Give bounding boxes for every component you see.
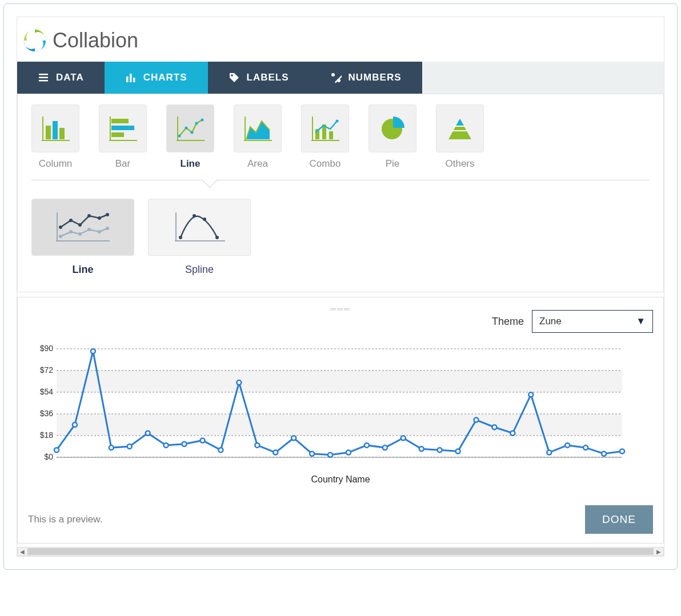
svg-rect-0 (39, 74, 48, 75)
type-bar[interactable]: Bar (99, 104, 147, 180)
svg-point-7 (331, 73, 335, 77)
svg-point-87 (310, 452, 314, 456)
svg-point-75 (91, 349, 95, 353)
line-chart-icon (166, 104, 214, 152)
x-axis-label: Country Name (28, 474, 653, 485)
svg-point-93 (419, 446, 424, 451)
svg-point-54 (179, 236, 182, 239)
svg-point-89 (346, 450, 351, 455)
svg-point-84 (255, 443, 259, 448)
scroll-thumb[interactable] (27, 548, 654, 555)
multiline-icon (31, 199, 134, 256)
theme-dropdown[interactable]: Zune ▼ (532, 310, 653, 333)
subtype-label: Spline (148, 264, 251, 276)
main-tabs: DATA CHARTS LABELS NUMBERS (17, 62, 664, 94)
svg-point-47 (69, 230, 73, 233)
type-label: Combo (301, 158, 349, 170)
chart-preview: $0$18$36$54$72$90 Country Name (28, 343, 653, 485)
type-combo[interactable]: Combo (301, 104, 349, 180)
chart-subtype-row: Line Spline (31, 180, 650, 276)
chart-type-row: Column Bar Line (31, 104, 650, 180)
svg-point-57 (215, 236, 219, 239)
menu-icon (38, 72, 49, 83)
scroll-left-icon[interactable]: ◀ (18, 549, 27, 555)
svg-point-91 (383, 445, 387, 450)
type-label: Pie (368, 158, 416, 170)
tab-labels[interactable]: LABELS (208, 62, 310, 94)
svg-point-82 (218, 448, 223, 452)
type-label: Line (166, 158, 214, 170)
subtype-spline[interactable]: Spline (148, 199, 251, 276)
line-chart-svg: $0$18$36$54$72$90 (28, 343, 628, 469)
svg-point-76 (109, 445, 114, 450)
svg-rect-13 (53, 121, 58, 139)
brand-name: Collabion (53, 29, 138, 53)
svg-point-50 (98, 230, 101, 233)
svg-text:$18: $18 (40, 430, 54, 440)
svg-text:$72: $72 (40, 365, 54, 375)
chevron-down-icon: ▼ (636, 316, 646, 327)
type-pie[interactable]: Pie (368, 104, 416, 180)
type-line[interactable]: Line (166, 104, 214, 180)
subtype-line[interactable]: Line (31, 199, 134, 276)
bar-chart-icon (99, 104, 147, 152)
svg-point-25 (195, 122, 198, 125)
header: Collabion (17, 17, 664, 62)
svg-rect-5 (133, 78, 135, 82)
svg-point-46 (59, 235, 62, 238)
theme-label: Theme (492, 316, 524, 328)
svg-point-80 (182, 442, 187, 446)
done-button[interactable]: DONE (585, 505, 653, 534)
tab-label: DATA (56, 72, 84, 83)
tab-label: CHARTS (143, 72, 187, 83)
svg-point-40 (59, 226, 62, 229)
app-inner: Collabion DATA CHARTS LABELS NUMBERS (17, 17, 664, 557)
collabion-logo (22, 27, 48, 54)
tab-charts[interactable]: CHARTS (105, 62, 208, 94)
chart-type-panel: Column Bar Line (17, 94, 664, 292)
scroll-right-icon[interactable]: ▶ (654, 549, 663, 555)
type-label: Bar (99, 158, 147, 170)
svg-point-83 (237, 380, 241, 385)
svg-point-44 (98, 216, 101, 220)
svg-point-34 (336, 120, 339, 123)
pyramid-chart-icon (436, 104, 484, 152)
type-area[interactable]: Area (234, 104, 282, 180)
svg-point-45 (106, 213, 109, 216)
svg-point-51 (106, 227, 109, 230)
horizontal-scrollbar[interactable]: ◀ ▶ (17, 547, 664, 556)
svg-text:$36: $36 (40, 409, 54, 418)
tab-data[interactable]: DATA (17, 62, 105, 94)
svg-rect-37 (454, 126, 466, 127)
preview-panel: ═══ Theme Zune ▼ $0$18$36$54$72$90 Count… (17, 297, 664, 543)
tab-numbers[interactable]: NUMBERS (310, 62, 422, 94)
svg-point-26 (201, 119, 204, 122)
type-label: Area (234, 158, 282, 170)
svg-point-78 (146, 431, 150, 436)
spline-icon (148, 199, 251, 256)
svg-point-77 (127, 444, 132, 449)
svg-point-85 (273, 450, 278, 455)
type-label: Column (31, 158, 79, 170)
tab-spacer (422, 62, 664, 94)
pie-chart-icon (368, 104, 416, 152)
svg-point-98 (510, 431, 515, 436)
svg-point-88 (328, 453, 333, 457)
svg-rect-58 (57, 371, 622, 392)
type-label: Others (436, 158, 484, 170)
svg-point-79 (164, 443, 169, 448)
type-others[interactable]: Others (436, 104, 484, 180)
svg-text:$54: $54 (40, 387, 54, 396)
svg-point-86 (291, 436, 296, 440)
svg-point-101 (565, 443, 570, 448)
svg-point-41 (69, 219, 73, 222)
svg-point-92 (401, 436, 406, 440)
svg-point-56 (203, 218, 206, 221)
svg-point-100 (547, 450, 551, 455)
svg-rect-3 (126, 77, 129, 82)
svg-point-22 (178, 135, 181, 138)
theme-row: Theme Zune ▼ (28, 310, 653, 333)
type-column[interactable]: Column (31, 104, 79, 180)
svg-rect-2 (39, 80, 48, 82)
bars-icon (125, 72, 137, 83)
